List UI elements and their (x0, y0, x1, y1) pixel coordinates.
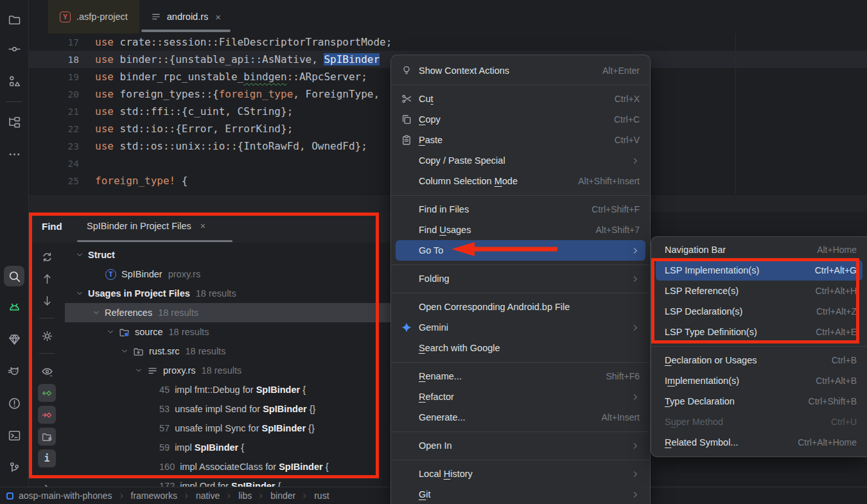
result-text: impl Ord for SpIBinder { (180, 481, 281, 487)
find-result-row[interactable]: 160impl AssociateClass for SpIBinder { (65, 457, 390, 476)
git-branch-icon[interactable] (4, 457, 24, 478)
android-icon[interactable] (4, 297, 24, 317)
menu-item-copy[interactable]: CopyCtrl+C (396, 109, 645, 130)
menu-item-navigation-bar[interactable]: Navigation BarAlt+Home (656, 239, 863, 260)
tree-row-usages-in-project-files[interactable]: Usages in Project Files18 results (65, 284, 390, 303)
breadcrumb-item-native[interactable]: native (196, 491, 220, 501)
submenu-arrow-icon (631, 275, 640, 283)
result-count: 18 results (202, 365, 242, 376)
menu-item-type-declaration[interactable]: Type DeclarationCtrl+Shift+B (656, 391, 863, 412)
problems-icon[interactable] (4, 393, 24, 413)
breadcrumb-item-binder[interactable]: binder (270, 491, 295, 501)
next-occurrence-icon[interactable] (38, 406, 56, 424)
menu-item-cut[interactable]: CutCtrl+X (396, 89, 645, 109)
chevron-down-icon[interactable] (92, 309, 100, 317)
chevron-down-icon[interactable] (76, 290, 83, 297)
find-results-tab[interactable]: SpIBinder in Project Files × (87, 221, 206, 231)
menu-item-git[interactable]: Git (396, 484, 645, 504)
menu-item-rename[interactable]: Rename...Shift+F6 (396, 366, 645, 387)
menu-item-paste[interactable]: PasteCtrl+V (396, 130, 645, 150)
menu-item-go-to[interactable]: Go To (396, 240, 645, 261)
menu-item-lsp-declaration-s[interactable]: LSP Declaration(s)Ctrl+Alt+Z (656, 301, 863, 322)
chevron-down-icon[interactable] (121, 347, 128, 355)
menu-item-find-usages[interactable]: Find UsagesAlt+Shift+7 (396, 220, 645, 240)
menu-item-refactor[interactable]: Refactor (396, 387, 645, 407)
code-text: use binder_rpc_unstable_bindgen::ARpcSer… (95, 71, 367, 83)
project-folder-icon[interactable] (4, 9, 24, 30)
gear-icon[interactable] (38, 327, 56, 345)
menu-item-lsp-reference-s[interactable]: LSP Reference(s)Ctrl+Alt+H (656, 281, 863, 301)
breadcrumb-item-aosp-main-with-phones[interactable]: aosp-main-with-phones (19, 491, 112, 501)
eye-icon[interactable] (38, 362, 56, 380)
submenu-arrow-icon (631, 442, 640, 450)
tree-row-rust-src[interactable]: rust.src18 results (65, 342, 390, 361)
menu-item-find-in-files[interactable]: Find in FilesCtrl+Shift+F (396, 199, 645, 220)
menu-item-folding[interactable]: Folding (396, 268, 645, 289)
result-match: SpIBinder (262, 423, 306, 433)
chevron-down-icon[interactable] (76, 251, 83, 259)
find-result-row[interactable]: 53unsafe impl Send for SpIBinder {} (65, 399, 390, 419)
menu-item-open-in[interactable]: Open In (396, 435, 645, 456)
terminal-icon[interactable] (4, 425, 24, 446)
find-result-row[interactable]: 57unsafe impl Sync for SpIBinder {} (65, 419, 390, 438)
find-result-row[interactable]: 59impl SpIBinder { (65, 438, 390, 457)
result-match: SpIBinder (279, 462, 322, 472)
chevron-down-icon[interactable] (135, 367, 143, 374)
line-number: 21 (29, 107, 95, 117)
menu-item-show-context-actions[interactable]: Show Context ActionsAlt+Enter (396, 60, 645, 81)
more-icon[interactable] (4, 144, 24, 164)
prev-occurrence-icon[interactable] (38, 384, 56, 402)
breadcrumb-item-rust[interactable]: rust (314, 491, 329, 501)
menu-item-label: LSP Declaration(s) (665, 306, 742, 317)
cat-icon[interactable] (4, 361, 24, 381)
hierarchy-icon[interactable] (4, 112, 24, 132)
menu-item-label: Open Corresponding Android.bp File (419, 302, 570, 312)
menu-item-related-symbol[interactable]: Related Symbol...Ctrl+Alt+Home (656, 432, 863, 453)
menu-item-open-corresponding-android-bp-file[interactable]: Open Corresponding Android.bp File (396, 297, 645, 317)
menu-item-shortcut: Ctrl+Alt+H (815, 286, 857, 296)
tree-row-references[interactable]: References18 results (65, 303, 390, 322)
tree-row-source[interactable]: source18 results (65, 322, 390, 342)
arrow-up-icon[interactable] (38, 270, 56, 288)
breadcrumb-item-frameworks[interactable]: frameworks (131, 491, 177, 501)
arrow-down-icon[interactable] (38, 291, 56, 309)
search-icon[interactable] (4, 266, 24, 286)
menu-item-shortcut: Alt+Enter (602, 65, 640, 76)
commit-icon[interactable] (4, 39, 24, 59)
menu-item-column-selection-mode[interactable]: Column Selection ModeAlt+Shift+Insert (396, 171, 645, 191)
breadcrumb-item-libs[interactable]: libs (238, 491, 252, 501)
tree-row-spibinder[interactable]: TSpIBinderproxy.rs (65, 265, 390, 284)
tree-label: proxy.rs (163, 365, 196, 376)
find-result-row[interactable]: 172impl Ord for SpIBinder { (65, 476, 390, 487)
tree-row-struct[interactable]: Struct (65, 245, 390, 265)
close-icon[interactable]: × (200, 221, 206, 231)
chevron-down-icon[interactable] (107, 328, 114, 336)
paste-icon (401, 134, 419, 146)
tree-label: rust.src (149, 346, 180, 356)
code-line-17[interactable]: 17use crate::session::FileDescriptorTran… (29, 33, 867, 51)
result-text: impl fmt::Debug for SpIBinder { (175, 385, 306, 395)
refresh-icon[interactable] (38, 248, 56, 266)
open-results-in-new-tab-icon[interactable] (38, 428, 56, 446)
tree-row-proxy-rs[interactable]: proxy.rs18 results (65, 361, 390, 380)
submenu-arrow-icon (631, 324, 640, 332)
menu-item-local-history[interactable]: Local History (396, 464, 645, 484)
gem-icon[interactable] (4, 329, 24, 349)
find-result-row[interactable]: 45impl fmt::Debug for SpIBinder { (65, 380, 390, 399)
editor-tab-asfp-project[interactable]: Y.asfp-project (48, 0, 139, 33)
tab-label: .asfp-project (76, 12, 128, 22)
menu-item-gemini[interactable]: Gemini (396, 317, 645, 338)
tree-label: Struct (88, 250, 115, 260)
menu-item-implementation-s[interactable]: Implementation(s)Ctrl+Alt+B (656, 370, 863, 391)
structure-icon[interactable] (4, 71, 24, 91)
menu-item-copy-paste-special[interactable]: Copy / Paste Special (396, 150, 645, 171)
menu-item-lsp-type-definition-s[interactable]: LSP Type Definition(s)Ctrl+Alt+E (656, 322, 863, 342)
menu-item-lsp-implementation-s[interactable]: LSP Implementation(s)Ctrl+Alt+G (656, 260, 863, 281)
menu-item-search-with-google[interactable]: Search with Google (396, 338, 645, 358)
editor-tab-android-rs[interactable]: android.rs× (139, 0, 232, 33)
menu-item-declaration-or-usages[interactable]: Declaration or UsagesCtrl+B (656, 350, 863, 370)
close-icon[interactable]: × (215, 12, 221, 22)
expand-chevron-icon[interactable] (38, 479, 56, 487)
preview-info-icon[interactable]: i (38, 449, 56, 467)
menu-item-generate[interactable]: Generate...Alt+Insert (396, 407, 645, 428)
